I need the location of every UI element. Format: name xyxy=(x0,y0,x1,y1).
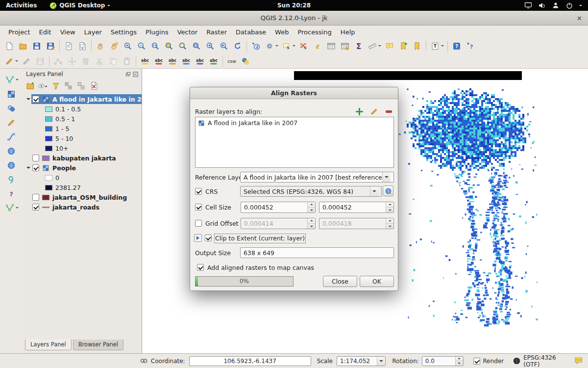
new-print-composer-button[interactable] xyxy=(62,40,75,53)
help-tool-button[interactable]: ? xyxy=(5,187,18,200)
spline-digitizing-button[interactable] xyxy=(5,131,18,143)
show-bookmarks-button[interactable] xyxy=(411,40,423,53)
remove-raster-button[interactable] xyxy=(383,106,394,117)
cell-size-checkbox[interactable] xyxy=(195,204,202,210)
cad-digitizing-button[interactable] xyxy=(3,74,20,86)
pan-to-selection-button[interactable] xyxy=(108,40,121,53)
web-service-1-button[interactable] xyxy=(5,145,18,158)
add-group-button[interactable] xyxy=(25,80,36,91)
grid-offset-checkbox[interactable] xyxy=(195,220,202,227)
label-pin-button[interactable]: abc xyxy=(152,55,165,68)
layer-visibility-checkbox[interactable] xyxy=(32,194,39,201)
new-bookmark-button[interactable] xyxy=(397,40,410,53)
panel-float-button[interactable] xyxy=(125,72,131,77)
composer-manager-button[interactable] xyxy=(76,40,89,53)
menu-plugins[interactable]: Plugins xyxy=(141,27,173,37)
menu-help[interactable]: Help xyxy=(336,27,360,37)
layer-row[interactable]: 0.1 - 0.5 xyxy=(25,104,142,114)
layer-visibility-checkbox[interactable] xyxy=(32,204,39,210)
label-move-button[interactable]: abc xyxy=(180,55,193,68)
crs-status-label[interactable]: EPSG:4326 (OTF) xyxy=(523,354,574,368)
clip-extent-checkbox[interactable] xyxy=(205,235,212,241)
label-highlight-button[interactable]: abc xyxy=(166,55,179,68)
menu-web[interactable]: Web xyxy=(270,27,293,37)
layer-row[interactable]: 0.5 - 1 xyxy=(25,114,142,124)
add-raster-button[interactable] xyxy=(354,106,365,117)
window-close-button[interactable]: ✕ xyxy=(577,11,582,26)
crs-combo[interactable]: Selected CRS (EPSG:4326, WGS 84) xyxy=(240,186,382,197)
render-checkbox[interactable] xyxy=(473,358,480,365)
open-project-button[interactable] xyxy=(17,40,29,53)
menu-edit[interactable]: Edit xyxy=(34,27,55,37)
layer-visibility-checkbox[interactable] xyxy=(32,164,39,171)
menu-database[interactable]: Database xyxy=(231,27,270,37)
zoom-in-button[interactable]: + xyxy=(122,40,134,53)
cell-size-y-spinbox[interactable]: 0.000452 xyxy=(319,202,394,213)
manage-layer-visibility-button[interactable] xyxy=(38,80,49,91)
tab-browser-panel[interactable]: Browser Panel xyxy=(73,340,123,350)
osm-tools-button[interactable] xyxy=(5,173,18,186)
refresh-map-button[interactable] xyxy=(231,40,244,53)
layer-row[interactable]: People xyxy=(25,163,142,173)
new-project-button[interactable] xyxy=(3,40,16,53)
select-by-expression-button[interactable]: ε xyxy=(311,40,324,53)
geometry-tools-button[interactable] xyxy=(5,102,18,115)
help-contents-button[interactable]: ? xyxy=(450,40,463,53)
menu-settings[interactable]: Settings xyxy=(106,27,141,37)
label-settings-button[interactable]: abc xyxy=(139,55,151,68)
menu-processing[interactable]: Processing xyxy=(293,27,336,37)
current-edits-button[interactable] xyxy=(3,55,19,68)
zoom-native-button[interactable]: 1:1 xyxy=(149,40,162,53)
layer-row[interactable]: 2381.27 xyxy=(25,183,142,192)
menu-raster[interactable]: Raster xyxy=(202,27,231,37)
zoom-to-layer-button[interactable] xyxy=(190,40,203,53)
ok-button[interactable]: OK xyxy=(360,276,394,287)
text-annotation-button[interactable]: T xyxy=(429,40,445,53)
activities-button[interactable]: Activities xyxy=(0,2,43,9)
menu-layer[interactable]: Layer xyxy=(80,27,106,37)
layer-visibility-checkbox[interactable] xyxy=(32,155,39,161)
deselect-features-button[interactable] xyxy=(297,40,310,53)
select-crs-button[interactable] xyxy=(383,185,393,196)
rotation-spinbox[interactable]: 0.0 xyxy=(422,356,464,366)
output-size-field[interactable]: 638 x 649 xyxy=(240,247,394,258)
map-tips-button[interactable] xyxy=(383,40,396,53)
layer-row[interactable]: kabupaten jakarta xyxy=(25,153,142,163)
label-rotate-button[interactable]: abc xyxy=(194,55,206,68)
filter-legend-button[interactable] xyxy=(50,80,61,91)
messages-button[interactable] xyxy=(574,356,583,366)
panel-close-button[interactable] xyxy=(133,72,138,77)
vector-digitizing-button[interactable] xyxy=(3,202,20,214)
select-features-button[interactable] xyxy=(280,40,296,53)
extent-link-icon[interactable] xyxy=(140,357,148,365)
layer-row[interactable]: jakarta_OSM_building xyxy=(25,192,142,202)
layer-row[interactable]: A flood in Jakarta like in 2007 xyxy=(25,94,142,104)
layer-row[interactable]: 1 - 5 xyxy=(25,124,142,133)
clip-extent-label[interactable]: Clip to Extent (current: layer) xyxy=(215,235,305,242)
menu-project[interactable]: Project xyxy=(4,27,34,37)
run-feature-action-button[interactable] xyxy=(263,40,279,53)
crs-checkbox[interactable] xyxy=(195,188,202,195)
spin-buttons[interactable] xyxy=(455,357,463,366)
identify-features-button[interactable]: i xyxy=(249,40,262,53)
add-to-canvas-checkbox[interactable] xyxy=(197,264,204,271)
field-calculator-button[interactable]: = xyxy=(339,40,351,53)
zoom-out-button[interactable]: - xyxy=(135,40,148,53)
csw-metasearch-button[interactable]: CSW xyxy=(225,55,238,68)
zoom-last-button[interactable] xyxy=(204,40,217,53)
menu-vector[interactable]: Vector xyxy=(173,27,202,37)
clip-extent-expander-button[interactable] xyxy=(194,234,202,242)
measure-button[interactable] xyxy=(366,40,382,53)
coordinate-field[interactable]: 106.5923,-6.1437 xyxy=(189,356,311,366)
layer-row[interactable]: 5 - 10 xyxy=(25,133,142,143)
open-attribute-table-button[interactable] xyxy=(325,40,338,53)
reference-layer-combo[interactable]: A flood in Jakarta like in 2007 [best re… xyxy=(240,172,394,183)
collapse-all-button[interactable] xyxy=(76,80,87,91)
whats-this-button[interactable]: ? xyxy=(464,40,477,53)
scale-combo[interactable]: 1:174,052 xyxy=(337,356,386,366)
expand-all-button[interactable] xyxy=(63,80,74,91)
layer-visibility-checkbox[interactable] xyxy=(32,96,39,103)
dialog-title-bar[interactable]: Align Rasters xyxy=(190,87,398,99)
save-project-as-button[interactable] xyxy=(44,40,57,53)
spin-buttons[interactable] xyxy=(307,202,315,212)
